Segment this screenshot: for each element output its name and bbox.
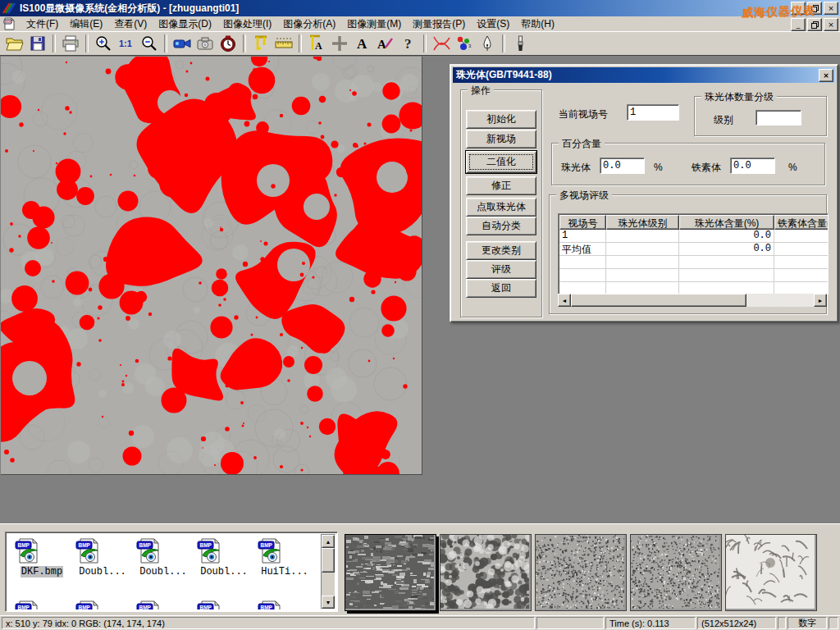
menu-bar: DOC 文件(F)编辑(E)查看(V)图像显示(D)图像处理(I)图像分析(A)… (0, 16, 840, 32)
op-button-1[interactable]: 初始化 (466, 110, 536, 129)
text-button[interactable]: A (352, 34, 373, 53)
op-button-4[interactable]: 修正 (466, 176, 536, 195)
menu-item-6[interactable]: 图像分析(A) (277, 17, 341, 30)
table-row[interactable] (559, 282, 829, 294)
table-row[interactable] (559, 256, 829, 269)
save-icon (28, 34, 48, 52)
op-button-8[interactable]: 评级 (466, 260, 536, 279)
ops-group-label: 操作 (468, 84, 494, 98)
close-button[interactable]: × (824, 2, 838, 15)
table-cell (679, 282, 774, 294)
timer-button[interactable] (217, 34, 239, 53)
print-icon (61, 34, 80, 52)
file-item-partial[interactable]: BMP (255, 600, 314, 609)
menu-item-5[interactable]: 图像处理(I) (217, 17, 277, 30)
menu-item-10[interactable]: 帮助(H) (515, 17, 560, 30)
camera-button[interactable] (194, 34, 216, 53)
video-camera-button[interactable] (171, 34, 193, 53)
multi-field-group: 多视场评级 视场号珠光体级别珠光体含量(%)铁素体含量(%)10.0平均值0.0… (549, 194, 827, 314)
child-minimize-button[interactable]: _ (791, 18, 806, 31)
op-button-5[interactable]: 点取珠光体 (466, 198, 536, 217)
table-header-cell[interactable]: 铁素体含量(%) (774, 215, 829, 230)
file-vscrollbar[interactable]: ▲ ▼ (321, 534, 336, 609)
zoom-in-button[interactable] (93, 34, 114, 53)
table-row[interactable]: 10.0 (559, 230, 829, 243)
svg-text:BMP: BMP (79, 542, 91, 548)
picker-pen-button[interactable] (477, 34, 498, 53)
menu-item-2[interactable]: 编辑(E) (64, 17, 108, 30)
paint-brush-button[interactable] (509, 34, 531, 53)
op-button-7[interactable]: 更改类别 (466, 241, 536, 260)
file-item-partial[interactable]: BMP (134, 600, 193, 609)
op-button-6[interactable]: 自动分类 (466, 217, 536, 235)
thumbnail-1[interactable] (345, 534, 436, 611)
scroll-left-button[interactable]: ◄ (558, 294, 571, 307)
scroll-right-button[interactable]: ► (814, 294, 827, 307)
thumbnail-3[interactable] (535, 534, 627, 611)
op-button-2[interactable]: 新视场 (466, 130, 536, 148)
camera-icon (195, 34, 215, 52)
ruler-button[interactable] (273, 34, 294, 53)
thumbnail-5[interactable] (725, 534, 817, 611)
op-button-9[interactable]: 返回 (466, 279, 536, 298)
op-button-3[interactable]: 二值化 (466, 151, 536, 173)
svg-text:BMP: BMP (139, 605, 152, 609)
caliper-button[interactable] (250, 34, 272, 53)
table-row[interactable] (559, 269, 829, 282)
file-item[interactable]: BMPDoubl... (73, 537, 132, 578)
svg-text:BMP: BMP (139, 542, 152, 548)
file-item-partial[interactable]: BMP (12, 600, 71, 609)
grade-input[interactable] (756, 110, 801, 126)
vscroll-thumb[interactable] (322, 548, 335, 573)
context-help-button[interactable]: ? (398, 34, 419, 53)
table-row[interactable]: 平均值0.0 (559, 243, 829, 256)
file-item[interactable]: BMPHuiTi... (255, 537, 314, 578)
child-close-button[interactable]: × (824, 18, 838, 31)
file-list: BMPDKF.bmpBMPDoubl...BMPDoubl...BMPDoubl… (7, 534, 322, 609)
scroll-up-button[interactable]: ▲ (322, 535, 335, 548)
micrograph-image[interactable] (1, 57, 422, 475)
child-restore-button[interactable] (807, 18, 822, 31)
table-hscrollbar[interactable]: ◄ ► (558, 294, 827, 307)
print-button[interactable] (60, 34, 81, 53)
menu-item-7[interactable]: 图像测量(M) (341, 17, 407, 30)
curve-cut-button[interactable] (431, 34, 452, 53)
file-item-partial[interactable]: BMP (194, 600, 253, 609)
save-button[interactable] (27, 34, 48, 53)
file-item-partial[interactable]: BMP (73, 600, 132, 609)
classify-balls-button[interactable]: 3 (454, 34, 475, 53)
file-item[interactable]: BMPDKF.bmp (12, 537, 71, 578)
file-item[interactable]: BMPDoubl... (194, 537, 253, 578)
measure-text-button[interactable]: A (306, 34, 327, 53)
thumbnail-4[interactable] (630, 534, 722, 611)
current-field-input[interactable] (627, 104, 679, 121)
menu-item-1[interactable]: 文件(F) (21, 17, 64, 30)
table-header-cell[interactable]: 珠光体含量(%) (679, 215, 774, 230)
table-cell (774, 243, 829, 256)
svg-text:A: A (357, 36, 368, 52)
menu-item-8[interactable]: 测量报告(P) (407, 17, 471, 30)
caliper-icon (251, 34, 271, 52)
move-cross-button[interactable] (329, 34, 350, 53)
thumbnail-2[interactable] (440, 534, 532, 611)
menu-item-9[interactable]: 设置(S) (471, 17, 515, 30)
toolbar-separator (85, 34, 89, 52)
table-header-cell[interactable]: 视场号 (559, 215, 606, 230)
ferrite-input[interactable] (730, 158, 775, 174)
dialog-close-button[interactable]: × (819, 69, 833, 82)
toolbar: 1:1AAA?3 (0, 31, 840, 56)
actual-size-button[interactable]: 1:1 (116, 34, 137, 53)
ferrite-percent-sign: % (788, 162, 797, 173)
zoom-out-button[interactable] (139, 34, 160, 53)
rating-table[interactable]: 视场号珠光体级别珠光体含量(%)铁素体含量(%)10.0平均值0.0 (558, 213, 829, 294)
file-item[interactable]: BMPDoubl... (134, 537, 193, 578)
scroll-down-button[interactable]: ▼ (322, 596, 335, 609)
menu-item-3[interactable]: 查看(V) (108, 17, 153, 30)
hscroll-thumb[interactable] (571, 294, 746, 307)
menu-item-4[interactable]: 图像显示(D) (153, 17, 217, 30)
picker-pen-icon (477, 34, 497, 52)
table-header-cell[interactable]: 珠光体级别 (606, 215, 679, 230)
open-file-button[interactable] (4, 34, 25, 53)
pearlite-input[interactable] (600, 158, 645, 174)
text-edit-button[interactable]: A (375, 34, 396, 53)
